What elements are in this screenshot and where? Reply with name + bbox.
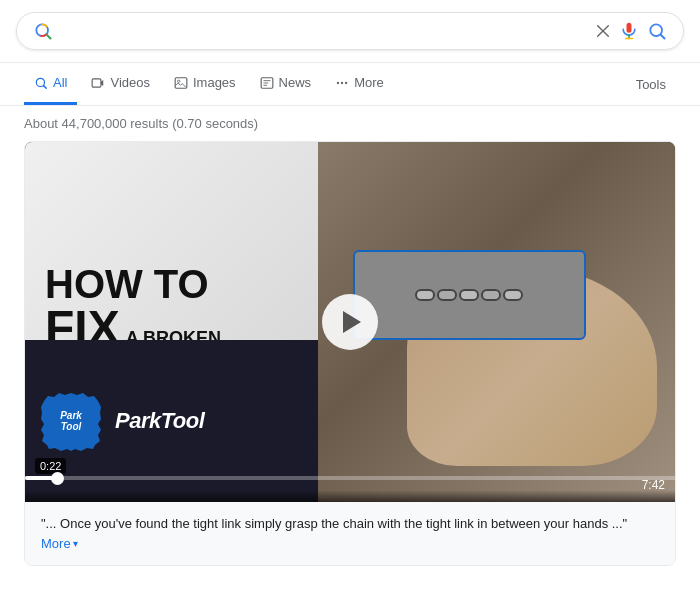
- tabs-area: All Videos Images News More: [0, 63, 700, 106]
- video-tab-icon: [91, 76, 105, 90]
- progress-thumb: [51, 472, 64, 485]
- svg-rect-13: [93, 78, 102, 86]
- video-thumbnail[interactable]: HOW TO FIX A BROKEN CHAIN: [25, 142, 675, 502]
- tab-news[interactable]: News: [250, 63, 322, 105]
- search-input[interactable]: how to fix a bike chain: [61, 22, 587, 40]
- video-result: HOW TO FIX A BROKEN CHAIN: [24, 141, 676, 566]
- close-icon: [595, 23, 611, 39]
- search-tab-icon: [34, 76, 48, 90]
- search-bar-area: how to fix a bike chain: [0, 0, 700, 63]
- svg-point-22: [341, 81, 343, 83]
- svg-point-23: [345, 81, 347, 83]
- tools-tab[interactable]: Tools: [626, 65, 676, 104]
- current-time-badge: 0:22: [35, 458, 66, 474]
- svg-rect-6: [627, 23, 632, 33]
- search-input-wrapper: how to fix a bike chain: [16, 12, 684, 50]
- tab-more[interactable]: More: [325, 63, 394, 105]
- svg-line-10: [661, 35, 665, 39]
- images-tab-icon: [174, 76, 188, 90]
- svg-line-12: [44, 85, 47, 88]
- results-count: About 44,700,000 results (0.70 seconds): [0, 106, 700, 141]
- tab-all[interactable]: All: [24, 63, 77, 105]
- play-triangle-icon: [343, 311, 361, 333]
- dots-tab-icon: [335, 76, 349, 90]
- play-button[interactable]: [322, 294, 378, 350]
- tab-videos[interactable]: Videos: [81, 63, 160, 105]
- svg-point-21: [337, 81, 339, 83]
- voice-search-button[interactable]: [619, 21, 639, 41]
- video-duration: 7:42: [642, 478, 665, 492]
- description-more-link[interactable]: More ▾: [41, 534, 78, 554]
- svg-point-16: [177, 80, 179, 82]
- mic-icon: [619, 21, 639, 41]
- search-submit-button[interactable]: [647, 21, 667, 41]
- clear-button[interactable]: [595, 23, 611, 39]
- svg-line-1: [47, 35, 51, 39]
- search-submit-icon: [647, 21, 667, 41]
- chevron-down-icon: ▾: [73, 536, 78, 551]
- video-controls: 0:22 7:42: [25, 490, 675, 502]
- video-description: "... Once you've found the tight link si…: [25, 502, 675, 565]
- news-tab-icon: [260, 76, 274, 90]
- tab-images[interactable]: Images: [164, 63, 246, 105]
- progress-fill: [25, 476, 58, 480]
- search-icon: [33, 21, 53, 41]
